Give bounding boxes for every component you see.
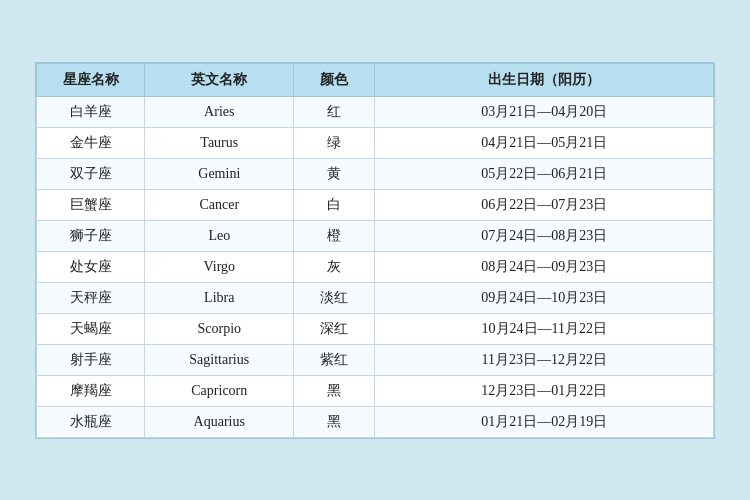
cell-color: 灰: [294, 251, 375, 282]
cell-color: 橙: [294, 220, 375, 251]
cell-chinese: 狮子座: [37, 220, 145, 251]
header-chinese: 星座名称: [37, 63, 145, 96]
cell-chinese: 天秤座: [37, 282, 145, 313]
cell-color: 绿: [294, 127, 375, 158]
cell-date: 04月21日—05月21日: [375, 127, 714, 158]
cell-english: Cancer: [145, 189, 294, 220]
cell-color: 黑: [294, 375, 375, 406]
cell-date: 10月24日—11月22日: [375, 313, 714, 344]
cell-date: 05月22日—06月21日: [375, 158, 714, 189]
cell-english: Aquarius: [145, 406, 294, 437]
cell-english: Gemini: [145, 158, 294, 189]
table-row: 金牛座Taurus绿04月21日—05月21日: [37, 127, 714, 158]
cell-chinese: 水瓶座: [37, 406, 145, 437]
cell-english: Aries: [145, 96, 294, 127]
cell-date: 07月24日—08月23日: [375, 220, 714, 251]
header-color: 颜色: [294, 63, 375, 96]
cell-english: Virgo: [145, 251, 294, 282]
table-row: 白羊座Aries红03月21日—04月20日: [37, 96, 714, 127]
cell-chinese: 天蝎座: [37, 313, 145, 344]
table-row: 摩羯座Capricorn黑12月23日—01月22日: [37, 375, 714, 406]
cell-date: 08月24日—09月23日: [375, 251, 714, 282]
zodiac-table-container: 星座名称 英文名称 颜色 出生日期（阳历） 白羊座Aries红03月21日—04…: [35, 62, 715, 439]
table-row: 天秤座Libra淡红09月24日—10月23日: [37, 282, 714, 313]
table-header-row: 星座名称 英文名称 颜色 出生日期（阳历）: [37, 63, 714, 96]
cell-color: 紫红: [294, 344, 375, 375]
table-row: 射手座Sagittarius紫红11月23日—12月22日: [37, 344, 714, 375]
cell-date: 06月22日—07月23日: [375, 189, 714, 220]
table-row: 水瓶座Aquarius黑01月21日—02月19日: [37, 406, 714, 437]
cell-color: 黄: [294, 158, 375, 189]
cell-english: Scorpio: [145, 313, 294, 344]
cell-date: 09月24日—10月23日: [375, 282, 714, 313]
cell-chinese: 双子座: [37, 158, 145, 189]
table-row: 巨蟹座Cancer白06月22日—07月23日: [37, 189, 714, 220]
cell-chinese: 射手座: [37, 344, 145, 375]
cell-chinese: 金牛座: [37, 127, 145, 158]
cell-chinese: 摩羯座: [37, 375, 145, 406]
cell-date: 12月23日—01月22日: [375, 375, 714, 406]
table-row: 狮子座Leo橙07月24日—08月23日: [37, 220, 714, 251]
cell-color: 红: [294, 96, 375, 127]
cell-color: 白: [294, 189, 375, 220]
cell-color: 深红: [294, 313, 375, 344]
table-body: 白羊座Aries红03月21日—04月20日金牛座Taurus绿04月21日—0…: [37, 96, 714, 437]
cell-date: 03月21日—04月20日: [375, 96, 714, 127]
cell-english: Capricorn: [145, 375, 294, 406]
table-row: 处女座Virgo灰08月24日—09月23日: [37, 251, 714, 282]
cell-english: Libra: [145, 282, 294, 313]
cell-chinese: 处女座: [37, 251, 145, 282]
cell-date: 01月21日—02月19日: [375, 406, 714, 437]
header-date: 出生日期（阳历）: [375, 63, 714, 96]
cell-english: Sagittarius: [145, 344, 294, 375]
cell-chinese: 白羊座: [37, 96, 145, 127]
cell-color: 淡红: [294, 282, 375, 313]
cell-english: Leo: [145, 220, 294, 251]
cell-color: 黑: [294, 406, 375, 437]
cell-chinese: 巨蟹座: [37, 189, 145, 220]
table-row: 天蝎座Scorpio深红10月24日—11月22日: [37, 313, 714, 344]
cell-english: Taurus: [145, 127, 294, 158]
table-row: 双子座Gemini黄05月22日—06月21日: [37, 158, 714, 189]
header-english: 英文名称: [145, 63, 294, 96]
cell-date: 11月23日—12月22日: [375, 344, 714, 375]
zodiac-table: 星座名称 英文名称 颜色 出生日期（阳历） 白羊座Aries红03月21日—04…: [36, 63, 714, 438]
